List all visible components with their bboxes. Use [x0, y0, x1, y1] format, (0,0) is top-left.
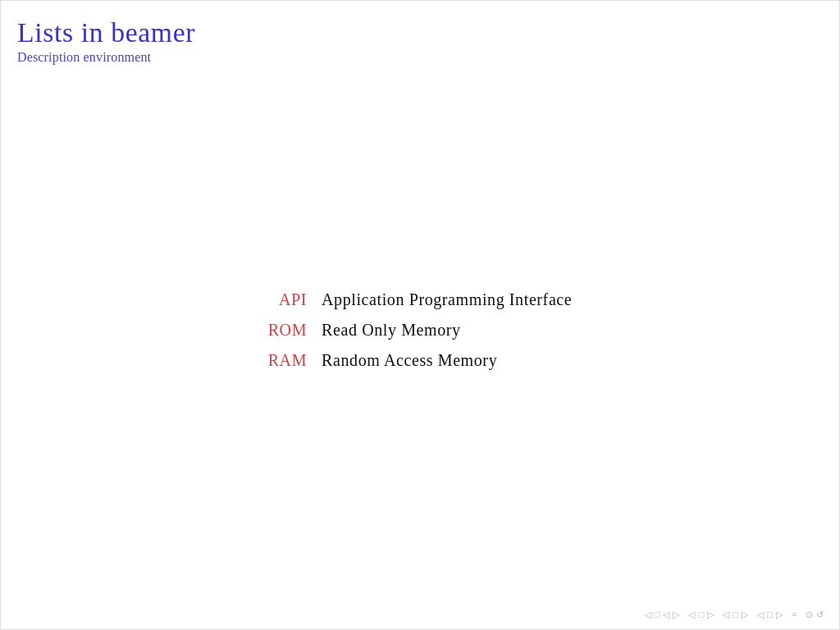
nav-zoom-out-icon[interactable]: ⊙ — [806, 609, 814, 620]
nav-align-icon[interactable]: ≡ — [792, 609, 797, 619]
nav-section-prev-icon[interactable]: ◁ — [688, 609, 696, 620]
description-list: API Application Programming Interface RO… — [268, 290, 573, 381]
nav-next-icon[interactable]: ▷ — [673, 609, 680, 620]
term-api: API — [268, 290, 322, 321]
nav-section-next-icon[interactable]: ▷ — [707, 609, 714, 620]
nav-refresh-icon[interactable]: ↺ — [816, 609, 824, 620]
nav-frame-prev-icon[interactable]: ◁ — [757, 609, 765, 620]
list-item: RAM Random Access Memory — [268, 351, 573, 381]
def-ram: Random Access Memory — [322, 351, 572, 381]
navigation-icons: ◁ □ ◁ ▷ ◁ □ ▷ ◁ □ ▷ ◁ □ ▷ ≡ ⊙ ↺ — [645, 609, 824, 620]
list-item: ROM Read Only Memory — [268, 321, 573, 351]
slide-content: API Application Programming Interface RO… — [1, 71, 839, 600]
slide-header: Lists in beamer Description environment — [1, 1, 839, 71]
nav-frame-next-icon[interactable]: ▷ — [776, 609, 783, 620]
nav-frame-square-icon: □ — [767, 609, 774, 619]
nav-section-square-icon: □ — [698, 609, 705, 619]
nav-prev-icon[interactable]: ◁ — [663, 609, 670, 620]
term-rom: ROM — [268, 321, 322, 351]
list-item: API Application Programming Interface — [268, 290, 573, 321]
slide-footer: ◁ □ ◁ ▷ ◁ □ ▷ ◁ □ ▷ ◁ □ ▷ ≡ ⊙ ↺ — [1, 600, 839, 629]
nav-subsection-square-icon: □ — [733, 609, 739, 619]
def-api: Application Programming Interface — [322, 290, 572, 321]
nav-square-icon: □ — [655, 609, 661, 619]
nav-first-icon[interactable]: ◁ — [645, 609, 652, 620]
nav-subsection-prev-icon[interactable]: ◁ — [723, 609, 730, 620]
term-ram: RAM — [268, 351, 322, 381]
nav-subsection-next-icon[interactable]: ▷ — [742, 609, 749, 620]
slide-title: Lists in beamer — [17, 17, 823, 48]
def-rom: Read Only Memory — [322, 321, 572, 351]
slide: Lists in beamer Description environment … — [0, 0, 840, 630]
slide-subtitle: Description environment — [17, 50, 823, 65]
